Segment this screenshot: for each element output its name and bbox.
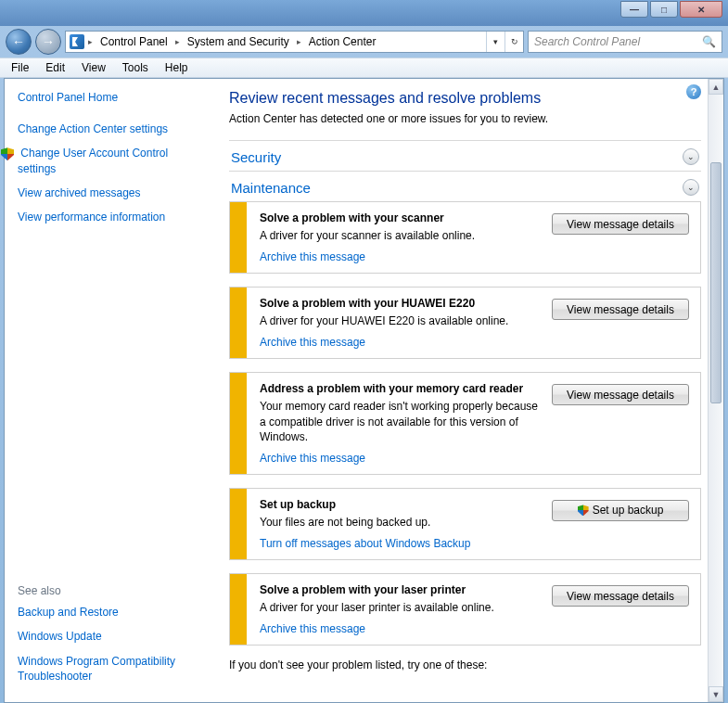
message-action-link[interactable]: Archive this message bbox=[260, 336, 541, 349]
message-button-label: View message details bbox=[567, 303, 674, 316]
message-list: Solve a problem with your scannerA drive… bbox=[229, 201, 701, 645]
back-button[interactable]: ← bbox=[6, 29, 32, 55]
message-action-link[interactable]: Archive this message bbox=[260, 622, 541, 635]
seealso-update-link[interactable]: Windows Update bbox=[18, 629, 198, 644]
chevron-down-icon: ⌄ bbox=[683, 179, 699, 196]
breadcrumb-system-security[interactable]: System and Security bbox=[184, 35, 293, 48]
warning-stripe-icon bbox=[230, 373, 247, 474]
sidebar: Control Panel Home Change Action Center … bbox=[5, 79, 207, 702]
forward-button[interactable]: → bbox=[35, 29, 61, 55]
search-input[interactable]: Search Control Panel 🔍 bbox=[528, 31, 722, 53]
message-action-button[interactable]: View message details bbox=[552, 585, 689, 607]
search-icon: 🔍 bbox=[702, 35, 716, 48]
message-title: Set up backup bbox=[260, 498, 541, 511]
content-pane: ? Review recent messages and resolve pro… bbox=[207, 79, 723, 702]
message-button-label: View message details bbox=[567, 218, 674, 231]
message-card: Set up backupYour files are not being ba… bbox=[229, 488, 701, 560]
seealso-compat-link[interactable]: Windows Program Compatibility Troublesho… bbox=[18, 654, 198, 684]
minimize-button[interactable]: — bbox=[620, 1, 648, 18]
warning-stripe-icon bbox=[230, 489, 247, 559]
message-action-link[interactable]: Archive this message bbox=[260, 452, 541, 465]
message-description: Your files are not being backed up. bbox=[260, 515, 541, 530]
scroll-thumb[interactable] bbox=[710, 162, 722, 403]
sidebar-performance-link[interactable]: View performance information bbox=[18, 210, 198, 224]
maximize-button[interactable]: □ bbox=[650, 1, 678, 18]
navigation-bar: ← → ▸ Control Panel ▸ System and Securit… bbox=[0, 26, 728, 58]
message-action-button[interactable]: View message details bbox=[552, 299, 689, 320]
sidebar-archived-link[interactable]: View archived messages bbox=[18, 185, 198, 200]
breadcrumb-action-center[interactable]: Action Center bbox=[305, 35, 380, 48]
close-button[interactable]: ✕ bbox=[680, 1, 722, 18]
security-section-label: Security bbox=[231, 149, 281, 165]
warning-stripe-icon bbox=[230, 202, 247, 273]
breadcrumb-separator-icon: ▸ bbox=[86, 37, 95, 46]
warning-stripe-icon bbox=[230, 574, 247, 645]
menu-view[interactable]: View bbox=[74, 59, 113, 76]
message-description: A driver for your scanner is available o… bbox=[260, 228, 541, 243]
scroll-down-arrow-icon[interactable]: ▼ bbox=[709, 686, 723, 702]
message-card: Solve a problem with your scannerA drive… bbox=[229, 201, 701, 274]
warning-stripe-icon bbox=[230, 288, 247, 358]
menu-help[interactable]: Help bbox=[158, 59, 196, 76]
client-area: Control Panel Home Change Action Center … bbox=[4, 78, 724, 703]
security-section-header[interactable]: Security ⌄ bbox=[229, 140, 701, 171]
message-title: Solve a problem with your HUAWEI E220 bbox=[260, 297, 541, 310]
message-action-button[interactable]: Set up backup bbox=[552, 500, 689, 521]
message-card: Solve a problem with your laser printerA… bbox=[229, 573, 701, 645]
help-button[interactable]: ? bbox=[686, 84, 701, 99]
address-bar[interactable]: ▸ Control Panel ▸ System and Security ▸ … bbox=[65, 31, 524, 53]
window-titlebar: — □ ✕ bbox=[0, 0, 728, 26]
scroll-up-arrow-icon[interactable]: ▲ bbox=[709, 79, 723, 95]
message-action-link[interactable]: Turn off messages about Windows Backup bbox=[260, 537, 541, 550]
sidebar-uac-link[interactable]: Change User Account Control settings bbox=[18, 146, 198, 175]
message-title: Solve a problem with your laser printer bbox=[260, 583, 541, 596]
menu-tools[interactable]: Tools bbox=[115, 59, 156, 76]
menu-file[interactable]: File bbox=[4, 59, 36, 76]
see-also-section: See also Backup and Restore Windows Upda… bbox=[18, 584, 198, 693]
page-subtitle: Action Center has detected one or more i… bbox=[229, 112, 701, 125]
address-dropdown-button[interactable]: ▾ bbox=[486, 32, 504, 52]
breadcrumb-separator-icon: ▸ bbox=[173, 37, 182, 46]
message-button-label: View message details bbox=[567, 389, 674, 402]
maintenance-section-header[interactable]: Maintenance ⌄ bbox=[229, 171, 701, 201]
scrollbar[interactable]: ▲ ▼ bbox=[708, 79, 723, 702]
maintenance-section-label: Maintenance bbox=[231, 180, 311, 196]
message-action-button[interactable]: View message details bbox=[552, 213, 689, 235]
message-button-label: View message details bbox=[567, 590, 674, 603]
message-card: Solve a problem with your HUAWEI E220A d… bbox=[229, 287, 701, 359]
message-button-label: Set up backup bbox=[593, 504, 664, 517]
shield-icon bbox=[578, 505, 589, 516]
message-title: Address a problem with your memory card … bbox=[260, 382, 541, 395]
message-title: Solve a problem with your scanner bbox=[260, 211, 541, 224]
page-title: Review recent messages and resolve probl… bbox=[229, 90, 701, 107]
message-card: Address a problem with your memory card … bbox=[229, 372, 701, 475]
seealso-backup-link[interactable]: Backup and Restore bbox=[18, 605, 198, 620]
footer-note: If you don't see your problem listed, tr… bbox=[229, 658, 701, 671]
breadcrumb-control-panel[interactable]: Control Panel bbox=[96, 35, 172, 48]
see-also-heading: See also bbox=[18, 584, 198, 597]
message-description: A driver for your laser printer is avail… bbox=[260, 600, 541, 615]
control-panel-icon bbox=[70, 34, 84, 49]
message-action-link[interactable]: Archive this message bbox=[260, 250, 541, 263]
shield-icon bbox=[1, 147, 14, 160]
sidebar-uac-label: Change User Account Control settings bbox=[18, 147, 168, 174]
chevron-down-icon: ⌄ bbox=[683, 148, 699, 165]
message-description: A driver for your HUAWEI E220 is availab… bbox=[260, 313, 541, 328]
sidebar-home-link[interactable]: Control Panel Home bbox=[18, 90, 198, 105]
search-placeholder: Search Control Panel bbox=[534, 35, 640, 48]
refresh-button[interactable]: ↻ bbox=[504, 32, 523, 52]
menu-bar: File Edit View Tools Help bbox=[0, 58, 728, 78]
sidebar-change-settings-link[interactable]: Change Action Center settings bbox=[18, 121, 198, 136]
menu-edit[interactable]: Edit bbox=[38, 59, 72, 76]
message-action-button[interactable]: View message details bbox=[552, 384, 689, 405]
breadcrumb-separator-icon: ▸ bbox=[295, 37, 303, 46]
message-description: Your memory card reader isn't working pr… bbox=[260, 399, 541, 444]
